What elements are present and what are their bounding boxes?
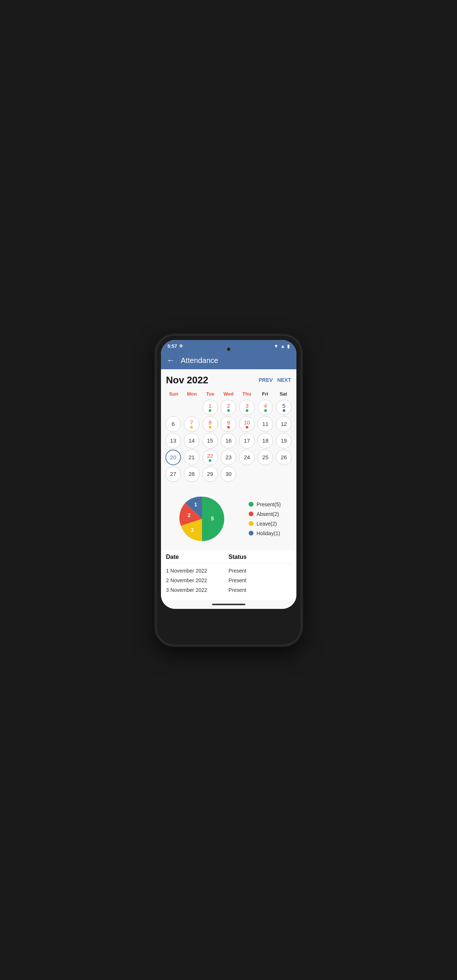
day-number: 21 [188, 455, 195, 460]
phone-screen: 5:57 ⚙ ▼ ▲ ▮ ← Attendance Nov 2022 PREV … [161, 340, 297, 609]
calendar-day-18[interactable]: 18 [257, 433, 274, 449]
calendar-header: Nov 2022 PREV NEXT [165, 374, 293, 386]
day-number: 1 [208, 403, 211, 409]
wifi-icon: ▼ [274, 343, 279, 349]
day-number: 18 [262, 438, 269, 443]
svg-text:1: 1 [195, 501, 198, 508]
pie-chart: 5 2 2 1 [176, 493, 228, 545]
table-row: 2 November 2022 Present [166, 576, 291, 585]
calendar-day-9[interactable]: 9 [220, 416, 237, 432]
legend-label-leave: Leave(2) [256, 521, 277, 527]
battery-icon: ▮ [287, 343, 290, 349]
day-dot-red [227, 426, 230, 428]
calendar-day-20[interactable]: 20 [165, 450, 182, 465]
day-number: 13 [170, 438, 176, 443]
calendar-day-empty-0 [165, 399, 182, 415]
day-dot-blue [283, 409, 285, 412]
calendar-day-12[interactable]: 12 [275, 416, 293, 432]
table-row: 1 November 2022 Present [166, 566, 291, 576]
day-dot-red [246, 426, 248, 428]
calendar-day-1[interactable]: 1 [201, 399, 219, 415]
calendar-day-19[interactable]: 19 [275, 433, 293, 449]
table-date-cell: 1 November 2022 [166, 568, 228, 574]
legend-dot-present [249, 502, 254, 507]
svg-text:5: 5 [211, 515, 214, 522]
calendar-day-5[interactable]: 5 [275, 399, 293, 415]
calendar-day-2[interactable]: 2 [220, 399, 237, 415]
calendar-day-14[interactable]: 14 [183, 433, 200, 449]
calendar-day-empty-1 [183, 399, 200, 415]
prev-button[interactable]: PREV [259, 377, 273, 383]
calendar-section: Nov 2022 PREV NEXT Sun Mon Tue Wed Thu F… [161, 369, 297, 485]
calendar-day-7[interactable]: 7 [183, 416, 200, 432]
day-dot-green [264, 409, 267, 412]
calendar-day-22[interactable]: 22 [201, 450, 219, 465]
calendar-day-30[interactable]: 30 [220, 466, 237, 482]
day-number: 25 [262, 455, 269, 460]
day-header-fri: Fri [256, 390, 274, 398]
day-number: 12 [281, 421, 287, 427]
home-indicator [161, 600, 297, 609]
next-button[interactable]: NEXT [277, 377, 291, 383]
back-button[interactable]: ← [167, 356, 175, 364]
day-number: 30 [225, 471, 232, 477]
calendar-day-8[interactable]: 8 [201, 416, 219, 432]
table-rows: 1 November 2022 Present 2 November 2022 … [166, 566, 291, 595]
camera [227, 347, 230, 351]
calendar-day-13[interactable]: 13 [165, 433, 182, 449]
calendar-day-27[interactable]: 27 [165, 466, 182, 482]
calendar-grid: 1234567891011121314151617181920212223242… [165, 399, 293, 482]
day-dot-yellow [209, 426, 211, 428]
day-number: 15 [207, 438, 213, 443]
day-number: 10 [244, 420, 250, 425]
table-status-cell: Present [228, 578, 291, 583]
calendar-day-11[interactable]: 11 [257, 416, 274, 432]
calendar-day-6[interactable]: 6 [165, 416, 182, 432]
calendar-day-26[interactable]: 26 [275, 450, 293, 465]
calendar-day-24[interactable]: 24 [238, 450, 256, 465]
day-number: 22 [207, 453, 213, 458]
legend-leave: Leave(2) [249, 521, 281, 527]
day-number: 20 [170, 455, 176, 460]
legend-label-absent: Absent(2) [256, 511, 279, 517]
table-header-row: Date Status [166, 554, 291, 564]
calendar-day-21[interactable]: 21 [183, 450, 200, 465]
day-dot-green [209, 409, 211, 412]
calendar-day-28[interactable]: 28 [183, 466, 200, 482]
calendar-day-empty-33 [257, 466, 274, 482]
calendar-day-3[interactable]: 3 [238, 399, 256, 415]
day-number: 24 [244, 455, 250, 460]
day-dot-green [227, 409, 230, 412]
status-time-area: 5:57 ⚙ [168, 343, 183, 349]
calendar-day-15[interactable]: 15 [201, 433, 219, 449]
day-number: 2 [227, 403, 230, 409]
calendar-day-16[interactable]: 16 [220, 433, 237, 449]
day-number: 11 [262, 421, 269, 427]
day-number: 26 [281, 455, 287, 460]
legend-dot-holiday [249, 531, 254, 536]
day-number: 7 [190, 420, 193, 425]
calendar-day-29[interactable]: 29 [201, 466, 219, 482]
nav-buttons: PREV NEXT [259, 377, 291, 383]
calendar-day-17[interactable]: 17 [238, 433, 256, 449]
day-number: 9 [227, 420, 230, 425]
app-header: ← Attendance [161, 352, 297, 369]
time-display: 5:57 [168, 343, 177, 349]
calendar-day-25[interactable]: 25 [257, 450, 274, 465]
calendar-day-23[interactable]: 23 [220, 450, 237, 465]
table-date-cell: 3 November 2022 [166, 587, 228, 593]
table-row: 3 November 2022 Present [166, 585, 291, 595]
day-number: 8 [208, 420, 211, 425]
calendar-day-4[interactable]: 4 [257, 399, 274, 415]
day-header-wed: Wed [219, 390, 238, 398]
svg-text:2: 2 [188, 512, 191, 518]
day-number: 6 [172, 421, 175, 427]
day-number: 17 [244, 438, 250, 443]
legend-holiday: Holiday(1) [249, 530, 281, 536]
legend-label-holiday: Holiday(1) [256, 530, 280, 536]
calendar-day-10[interactable]: 10 [238, 416, 256, 432]
status-column-header: Status [228, 554, 291, 560]
day-header-mon: Mon [183, 390, 201, 398]
day-number: 5 [282, 403, 285, 409]
signal-icon: ▲ [281, 343, 285, 349]
